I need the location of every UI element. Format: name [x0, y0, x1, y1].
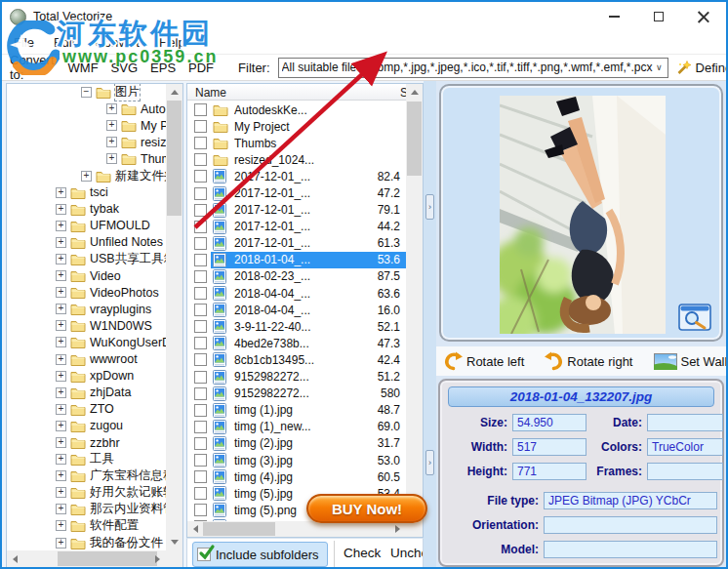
expand-icon[interactable]: + [56, 520, 66, 531]
expand-icon[interactable]: + [56, 470, 66, 481]
file-checkbox[interactable] [194, 170, 207, 183]
scroll-up-icon[interactable] [406, 84, 423, 101]
tree-item[interactable]: +Autod [7, 101, 166, 117]
file-checkbox[interactable] [194, 204, 207, 217]
scroll-right-icon[interactable] [149, 550, 166, 567]
tree-item[interactable]: +resize [7, 134, 166, 150]
scrollbar-thumb[interactable] [203, 522, 275, 536]
expand-icon[interactable]: + [56, 404, 66, 415]
file-row[interactable]: 2017-12-01_...79.1 [187, 202, 406, 219]
scroll-down-icon[interactable] [166, 534, 182, 550]
tree-item[interactable]: +USB共享工具箱 [7, 251, 166, 267]
expand-icon[interactable]: + [56, 254, 66, 264]
file-row[interactable]: 2017-12-01_...44.2 [187, 219, 406, 235]
zoom-preview-button[interactable] [678, 304, 711, 331]
file-row[interactable]: 2017-12-01_...61.3 [187, 235, 406, 252]
tree-vertical-scrollbar[interactable] [166, 84, 182, 550]
file-checkbox[interactable] [194, 404, 207, 417]
format-eps[interactable]: EPS [150, 61, 176, 75]
file-list-header[interactable]: Name S [187, 84, 406, 101]
tree-item[interactable]: +W1ND0WS [7, 317, 166, 334]
expand-icon[interactable]: + [106, 153, 117, 164]
menu-item-file[interactable]: File [4, 35, 44, 50]
expand-icon[interactable]: + [56, 337, 66, 347]
tree-item[interactable]: +xpDown [7, 368, 166, 385]
tree-item[interactable]: +zugou [7, 418, 166, 434]
rotate-left-button[interactable]: Rotate left [443, 351, 530, 371]
uncheck-all-button[interactable]: Unchec [390, 546, 424, 560]
tree-item[interactable]: +好用欠款记账软 [7, 484, 166, 501]
check-all-button[interactable]: Check [344, 546, 381, 560]
file-row[interactable]: timg (4).jpg60.5 [187, 468, 406, 485]
splitter-handle[interactable]: › [425, 450, 434, 475]
file-checkbox[interactable] [194, 487, 207, 500]
menu-item-edit[interactable]: Edit [44, 35, 85, 50]
tree-item[interactable]: −图片 [7, 84, 166, 101]
file-checkbox[interactable] [194, 103, 207, 116]
define-action-button[interactable]: Define action [676, 60, 728, 75]
expand-icon[interactable]: + [56, 287, 66, 298]
tree-item[interactable]: +My Pr [7, 117, 166, 134]
close-button[interactable] [681, 2, 726, 31]
expand-icon[interactable]: + [56, 320, 66, 331]
scroll-left-icon[interactable] [7, 550, 23, 567]
tree-item[interactable]: +VideoPhotos [7, 284, 166, 301]
file-checkbox[interactable] [194, 437, 207, 450]
file-checkbox[interactable] [194, 470, 207, 483]
file-checkbox[interactable] [194, 454, 207, 467]
tree-item[interactable]: +wwwroot [7, 351, 166, 368]
panel-splitter[interactable]: › › [424, 81, 436, 569]
tree-item[interactable]: +vrayplugins [7, 301, 166, 317]
expand-icon[interactable]: + [56, 221, 66, 231]
file-checkbox[interactable] [194, 270, 207, 283]
include-subfolders-checkbox[interactable]: Include subfolders [192, 542, 328, 567]
expand-icon[interactable]: + [106, 103, 117, 114]
minimize-button[interactable] [591, 2, 636, 31]
scrollbar-thumb[interactable] [167, 101, 182, 216]
file-row[interactable]: 4bed2e738b...47.3 [187, 335, 406, 351]
file-row[interactable]: timg (1)_new...69.0 [187, 419, 406, 435]
file-row[interactable]: My Project [187, 118, 406, 135]
expand-icon[interactable]: + [56, 487, 66, 498]
tree-item[interactable]: +zhjData [7, 385, 166, 401]
file-row[interactable]: timg (3).jpg53.0 [187, 452, 406, 468]
expand-icon[interactable]: + [56, 371, 66, 382]
tree-item[interactable]: +zzbhr [7, 434, 166, 451]
list-vertical-scrollbar[interactable] [406, 84, 423, 521]
file-checkbox[interactable] [194, 337, 207, 349]
file-row[interactable]: resized_1024... [187, 151, 406, 168]
file-row[interactable]: 2018-01-04_...53.6 [187, 252, 406, 268]
tree-item[interactable]: +Thum [7, 150, 166, 167]
file-checkbox[interactable] [194, 137, 207, 149]
tree-item[interactable]: +tybak [7, 201, 166, 218]
tree-item[interactable]: +Video [7, 267, 166, 284]
maximize-button[interactable] [636, 2, 681, 31]
expand-icon[interactable]: + [56, 454, 66, 465]
set-wallpaper-button[interactable]: Set Wallpaper [654, 353, 728, 370]
file-row[interactable]: 2017-12-01_...82.4 [187, 168, 406, 184]
file-checkbox[interactable] [194, 320, 207, 333]
expand-icon[interactable]: + [56, 421, 66, 431]
expand-icon[interactable]: + [56, 387, 66, 398]
expand-icon[interactable]: + [56, 187, 66, 198]
menu-item-help[interactable]: Help [149, 35, 195, 50]
expand-icon[interactable]: + [106, 120, 117, 131]
tree-item[interactable]: +我的备份文件 [7, 535, 166, 550]
tree-item[interactable]: +工具 [7, 451, 166, 467]
tree-item[interactable]: +那云内业资料管 [7, 501, 166, 517]
file-row[interactable]: 2017-12-01_...47.2 [187, 184, 406, 201]
scroll-left-icon[interactable] [187, 521, 204, 537]
file-row[interactable]: AutodeskKe... [187, 102, 406, 118]
file-row[interactable]: 2018-02-23_...87.5 [187, 268, 406, 285]
scroll-right-icon[interactable] [389, 521, 406, 537]
tree-item[interactable]: +UFMOULD [7, 218, 166, 234]
file-checkbox[interactable] [194, 287, 207, 300]
format-svg[interactable]: SVG [111, 61, 138, 75]
file-row[interactable]: timg (2).jpg31.7 [187, 435, 406, 452]
file-row[interactable]: 9152982272...51.2 [187, 369, 406, 386]
list-horizontal-scrollbar[interactable] [187, 521, 406, 537]
file-checkbox[interactable] [194, 371, 207, 384]
tree-item[interactable]: +广东宝科信息科 [7, 467, 166, 484]
buy-now-button[interactable]: BUY Now! [306, 494, 427, 523]
menu-item-convert[interactable]: Convert [85, 35, 149, 50]
